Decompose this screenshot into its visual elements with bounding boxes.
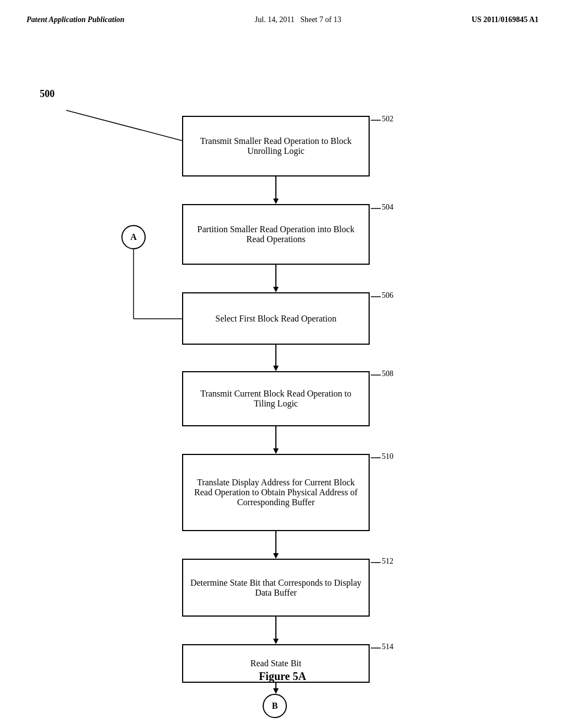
- box-508: Transmit Current Block Read Operation to…: [182, 371, 370, 426]
- svg-marker-16: [273, 688, 279, 694]
- svg-marker-10: [273, 448, 279, 454]
- ref-502: 502: [382, 115, 393, 124]
- ref-512: 512: [382, 557, 393, 566]
- box-502: Transmit Smaller Read Operation to Block…: [182, 116, 370, 176]
- ref-514: 514: [382, 643, 393, 651]
- connector-a: A: [121, 225, 146, 249]
- svg-marker-12: [273, 553, 279, 559]
- box-506: Select First Block Read Operation: [182, 292, 370, 345]
- ref-504: 504: [382, 203, 393, 212]
- svg-marker-14: [273, 639, 279, 644]
- figure-caption: Figure 5A: [259, 670, 306, 683]
- diagram-label: 500: [40, 88, 55, 100]
- publication-date-sheet: Jul. 14, 2011 Sheet 7 of 13: [255, 15, 342, 24]
- connector-b: B: [263, 694, 287, 718]
- svg-marker-8: [273, 366, 279, 371]
- publication-date: Jul. 14, 2011: [255, 15, 295, 24]
- svg-marker-2: [273, 199, 279, 204]
- svg-line-0: [66, 110, 182, 141]
- ref-506: 506: [382, 291, 393, 300]
- publication-label: Patent Application Publication: [26, 15, 125, 24]
- patent-number: US 2011/0169845 A1: [472, 15, 539, 24]
- box-512: Determine State Bit that Corresponds to …: [182, 559, 370, 617]
- page-header: Patent Application Publication Jul. 14, …: [0, 0, 565, 24]
- ref-510: 510: [382, 452, 393, 461]
- svg-marker-4: [273, 287, 279, 292]
- diagram-area: 500: [0, 55, 565, 706]
- box-504: Partition Smaller Read Operation into Bl…: [182, 204, 370, 265]
- sheet-label: Sheet 7 of 13: [300, 15, 341, 24]
- box-510: Translate Display Address for Current Bl…: [182, 454, 370, 531]
- ref-508: 508: [382, 370, 393, 378]
